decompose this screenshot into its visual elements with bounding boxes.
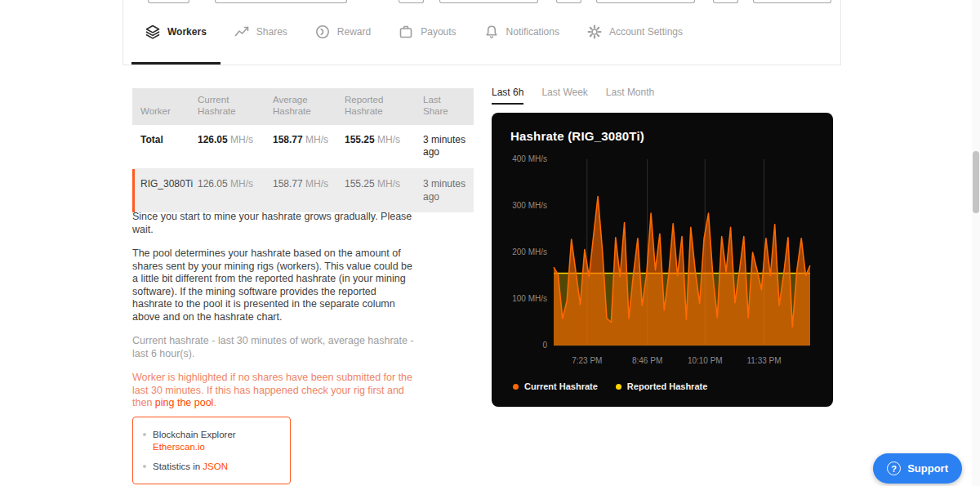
last-share-cell: 3 minutes ago bbox=[415, 125, 474, 169]
json-link[interactable]: JSON bbox=[203, 461, 228, 471]
svg-text:10:10 PM: 10:10 PM bbox=[688, 356, 723, 365]
svg-text:8:46 PM: 8:46 PM bbox=[632, 356, 662, 365]
chart-title: Hashrate (RIG_3080Ti) bbox=[510, 129, 818, 143]
ping-the-pool-link[interactable]: ping the pool bbox=[155, 397, 214, 408]
reward-coin-icon bbox=[315, 25, 330, 39]
tab-payouts[interactable]: Payouts bbox=[385, 0, 470, 65]
tab-label: Account Settings bbox=[609, 26, 683, 38]
table-row-worker: RIG_3080Ti 126.05 MH/s 158.77 MH/s 155.2… bbox=[132, 168, 474, 212]
support-label: Support bbox=[907, 462, 948, 475]
info-paragraph-highlighted: Worker is highlighted if no shares have … bbox=[132, 372, 418, 410]
support-button[interactable]: ? Support bbox=[873, 453, 962, 484]
current-hashrate-cell: 126.05 MH/s bbox=[189, 168, 265, 212]
hashrate-chart: 7:23 PM8:46 PM10:10 PM11:33 PM400 MH/s30… bbox=[506, 149, 818, 372]
truncated-card bbox=[399, 0, 424, 3]
average-hashrate-cell: 158.77 MH/s bbox=[265, 125, 336, 169]
shares-icon bbox=[234, 25, 249, 39]
scrollbar-track[interactable] bbox=[972, 0, 980, 486]
question-icon: ? bbox=[887, 461, 901, 475]
svg-text:200 MH/s: 200 MH/s bbox=[512, 247, 547, 256]
svg-text:11:33 PM: 11:33 PM bbox=[746, 356, 781, 365]
tab-label: Notifications bbox=[506, 26, 559, 38]
tab-bar: Workers Shares Reward Payouts bbox=[131, 0, 840, 65]
table-row-total: Total 126.05 MH/s 158.77 MH/s 155.25 MH/… bbox=[132, 125, 474, 169]
account-tabs-bar: Workers Shares Reward Payouts bbox=[122, 0, 841, 65]
explorer-label: Blockchain Explorer Etherscan.io bbox=[153, 429, 280, 453]
bullet-icon bbox=[143, 433, 146, 436]
truncated-card bbox=[439, 0, 538, 3]
layers-icon bbox=[145, 25, 160, 39]
tab-label: Shares bbox=[256, 26, 287, 38]
range-tab-last-month[interactable]: Last Month bbox=[606, 87, 654, 105]
gear-icon bbox=[587, 25, 602, 39]
bell-icon bbox=[484, 25, 499, 39]
svg-text:400 MH/s: 400 MH/s bbox=[512, 154, 547, 163]
last-share-cell: 3 minutes ago bbox=[415, 168, 474, 212]
tab-notifications[interactable]: Notifications bbox=[470, 0, 573, 65]
info-paragraph-pool: The pool determines your hashrate based … bbox=[132, 247, 418, 323]
truncated-card bbox=[713, 0, 738, 3]
legend-item-reported: Reported Hashrate bbox=[616, 381, 707, 391]
svg-text:0: 0 bbox=[542, 341, 547, 350]
tab-workers[interactable]: Workers bbox=[131, 0, 220, 65]
range-tab-last-6h[interactable]: Last 6h bbox=[492, 87, 523, 105]
hashrate-chart-panel: Hashrate (RIG_3080Ti) 7:23 PM8:46 PM10:1… bbox=[492, 113, 833, 407]
current-hashrate-cell: 126.05 MH/s bbox=[189, 125, 265, 169]
payouts-icon bbox=[399, 25, 413, 39]
worker-cell: Total bbox=[132, 125, 189, 169]
table-header-row: Worker Current Hashrate Average Hashrate… bbox=[132, 88, 474, 125]
truncated-card bbox=[556, 0, 581, 3]
truncated-card bbox=[596, 0, 695, 3]
column-header-average: Average Hashrate bbox=[265, 88, 336, 125]
tab-account-settings[interactable]: Account Settings bbox=[573, 0, 697, 65]
chart-legend: Current Hashrate Reported Hashrate bbox=[513, 381, 818, 391]
average-hashrate-cell: 158.77 MH/s bbox=[265, 168, 336, 212]
warn-text-suffix: . bbox=[213, 397, 216, 408]
tab-label: Workers bbox=[167, 26, 207, 38]
scrollbar-thumb[interactable] bbox=[973, 151, 979, 213]
legend-item-current: Current Hashrate bbox=[513, 381, 598, 391]
page: Workers Shares Reward Payouts bbox=[0, 0, 980, 486]
current-hashrate-dot-icon bbox=[513, 384, 519, 390]
info-paragraph-wait: Since you start to mine your hashrate gr… bbox=[132, 211, 418, 236]
truncated-card bbox=[753, 0, 831, 3]
info-text-block: Since you start to mine your hashrate gr… bbox=[132, 211, 418, 421]
worker-cell: RIG_3080Ti bbox=[132, 168, 189, 212]
column-header-current: Current Hashrate bbox=[189, 88, 265, 125]
tab-label: Payouts bbox=[421, 26, 456, 38]
info-paragraph-averages: Current hashrate - last 30 minutes of wo… bbox=[132, 335, 418, 360]
column-header-reported: Reported Hashrate bbox=[336, 88, 415, 125]
column-header-worker: Worker bbox=[132, 88, 189, 125]
svg-text:100 MH/s: 100 MH/s bbox=[512, 294, 547, 303]
list-item-explorer: Blockchain Explorer Etherscan.io bbox=[143, 429, 280, 453]
truncated-card bbox=[148, 0, 189, 3]
etherscan-link[interactable]: Etherscan.io bbox=[153, 442, 205, 452]
svg-text:300 MH/s: 300 MH/s bbox=[512, 201, 547, 210]
reported-hashrate-cell: 155.25 MH/s bbox=[336, 168, 415, 212]
bullet-icon bbox=[143, 465, 146, 468]
column-header-last-share: Last Share bbox=[415, 88, 474, 125]
truncated-card bbox=[215, 0, 347, 3]
range-tab-last-week[interactable]: Last Week bbox=[541, 87, 587, 105]
chart-range-tabs: Last 6h Last Week Last Month bbox=[492, 87, 654, 105]
workers-table: Worker Current Hashrate Average Hashrate… bbox=[132, 88, 474, 212]
tab-reward[interactable]: Reward bbox=[301, 0, 385, 65]
list-item-statistics: Statistics in JSON bbox=[143, 461, 280, 473]
svg-text:7:23 PM: 7:23 PM bbox=[572, 356, 602, 365]
tab-label: Reward bbox=[337, 26, 371, 38]
tab-shares[interactable]: Shares bbox=[220, 0, 301, 65]
links-box: Blockchain Explorer Etherscan.io Statist… bbox=[132, 417, 291, 484]
reported-hashrate-cell: 155.25 MH/s bbox=[336, 125, 415, 169]
reported-hashrate-dot-icon bbox=[616, 384, 621, 390]
statistics-label: Statistics in JSON bbox=[153, 461, 228, 473]
